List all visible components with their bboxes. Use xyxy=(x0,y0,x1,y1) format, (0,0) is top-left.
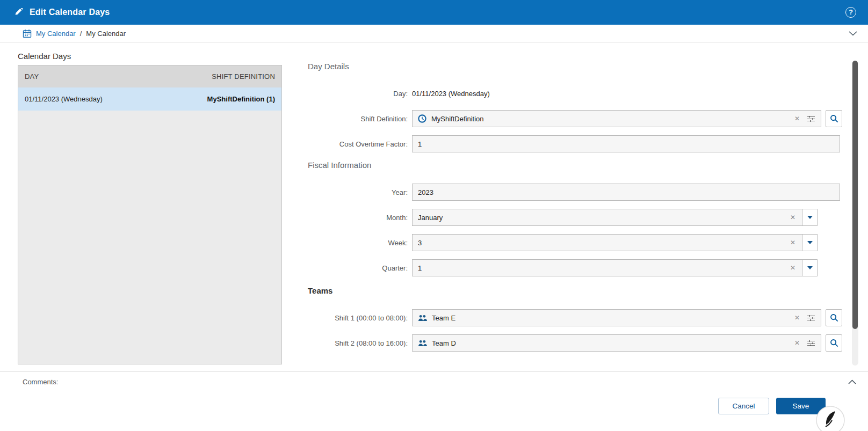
shift2-label: Shift 2 (08:00 to 16:00): xyxy=(308,339,412,347)
content-area: Calendar Days DAY SHIFT DEFINITION 01/11… xyxy=(0,42,868,371)
column-header-shift-definition: SHIFT DEFINITION xyxy=(212,72,275,81)
shift1-row: Shift 1 (00:00 to 08:00): Team E ✕ xyxy=(308,309,847,326)
shift1-team-value: Team E xyxy=(432,314,793,322)
month-dropdown-button[interactable] xyxy=(802,209,818,226)
day-row: Day: 01/11/2023 (Wednesday) xyxy=(308,85,847,102)
shift-definition-row: Shift Definition: MyShiftDefinition ✕ xyxy=(308,110,847,127)
chevron-down-icon[interactable] xyxy=(849,31,857,36)
shift2-row: Shift 2 (08:00 to 16:00): Team D ✕ xyxy=(308,334,847,352)
breadcrumb-separator: / xyxy=(80,30,82,38)
shift1-search-button[interactable] xyxy=(826,309,842,326)
scrollbar-thumb[interactable] xyxy=(852,61,858,329)
breadcrumb-current: My Calendar xyxy=(86,30,126,38)
edit-calendar-days-window: Edit Calendar Days ? My Calendar / My Ca… xyxy=(0,0,868,431)
row-day-value: 01/11/2023 (Wednesday) xyxy=(25,95,103,103)
quarter-dropdown-button[interactable] xyxy=(802,259,818,276)
month-clear-icon[interactable]: ✕ xyxy=(789,213,797,222)
quarter-combo: ✕ xyxy=(412,259,802,276)
shift1-clear-icon[interactable]: ✕ xyxy=(793,313,801,322)
section-title-fiscal-information: Fiscal Information xyxy=(308,160,847,170)
quarter-row: Quarter: ✕ xyxy=(308,259,847,276)
save-button[interactable]: Save xyxy=(776,398,826,414)
row-shift-definition-value: MyShiftDefinition (1) xyxy=(207,95,275,103)
table-header: DAY SHIFT DEFINITION xyxy=(18,65,281,87)
calendar-days-title: Calendar Days xyxy=(18,52,282,61)
shift2-team-value: Team D xyxy=(432,339,793,347)
calendar-days-table: DAY SHIFT DEFINITION 01/11/2023 (Wednesd… xyxy=(18,65,282,364)
quarter-clear-icon[interactable]: ✕ xyxy=(789,264,797,272)
section-title-day-details: Day Details xyxy=(308,62,847,71)
month-row: Month: ✕ xyxy=(308,209,847,226)
shift-definition-icon xyxy=(418,114,426,123)
shift-definition-clear-icon[interactable]: ✕ xyxy=(793,114,801,123)
week-input[interactable] xyxy=(418,239,789,247)
shift2-search-button[interactable] xyxy=(826,334,842,352)
shift1-filter-icon[interactable] xyxy=(807,315,815,322)
comments-section: Comments: xyxy=(0,371,868,392)
shift2-team-field[interactable]: Team D ✕ xyxy=(412,334,821,352)
year-input[interactable] xyxy=(412,184,840,201)
team-icon xyxy=(418,315,427,322)
quarter-input[interactable] xyxy=(418,264,789,272)
shift-definition-filter-icon[interactable] xyxy=(807,115,815,122)
help-icon[interactable]: ? xyxy=(845,7,856,18)
cost-overtime-label: Cost Overtime Factor: xyxy=(308,140,412,148)
team-icon xyxy=(418,340,427,347)
titlebar: Edit Calendar Days ? xyxy=(0,0,868,25)
cost-overtime-row: Cost Overtime Factor: xyxy=(308,135,847,152)
week-clear-icon[interactable]: ✕ xyxy=(789,238,797,247)
table-row[interactable]: 01/11/2023 (Wednesday) MyShiftDefinition… xyxy=(18,87,281,111)
week-dropdown-button[interactable] xyxy=(802,234,818,251)
edit-pencil-icon xyxy=(15,8,24,17)
shift-definition-label: Shift Definition: xyxy=(308,115,412,123)
breadcrumb: My Calendar / My Calendar xyxy=(0,25,868,42)
week-label: Week: xyxy=(308,239,412,247)
week-row: Week: ✕ xyxy=(308,234,847,251)
month-label: Month: xyxy=(308,214,412,222)
calendar-icon xyxy=(23,29,32,38)
footer-actions: Cancel Save xyxy=(0,392,868,431)
shift-definition-value: MyShiftDefinition xyxy=(431,115,793,123)
breadcrumb-link-my-calendar[interactable]: My Calendar xyxy=(36,30,76,38)
shift1-team-field[interactable]: Team E ✕ xyxy=(412,309,821,326)
cost-overtime-input[interactable] xyxy=(412,135,840,152)
shift2-clear-icon[interactable]: ✕ xyxy=(793,339,801,347)
comments-label: Comments: xyxy=(23,378,58,386)
column-header-day: DAY xyxy=(25,72,39,81)
year-label: Year: xyxy=(308,188,412,196)
quarter-label: Quarter: xyxy=(308,264,412,272)
section-title-teams: Teams xyxy=(308,286,847,295)
month-input[interactable] xyxy=(418,214,789,222)
month-combo: ✕ xyxy=(412,209,802,226)
day-label: Day: xyxy=(308,90,412,98)
chevron-up-icon[interactable] xyxy=(848,379,856,384)
year-row: Year: xyxy=(308,184,847,201)
shift-definition-field[interactable]: MyShiftDefinition ✕ xyxy=(412,110,821,127)
day-value: 01/11/2023 (Wednesday) xyxy=(412,90,490,98)
page-title: Edit Calendar Days xyxy=(30,8,110,17)
cancel-button[interactable]: Cancel xyxy=(718,398,769,414)
shift1-label: Shift 1 (00:00 to 08:00): xyxy=(308,314,412,322)
vertical-scrollbar[interactable] xyxy=(852,61,858,366)
week-combo: ✕ xyxy=(412,234,802,251)
shift2-filter-icon[interactable] xyxy=(807,340,815,347)
calendar-days-panel: Calendar Days DAY SHIFT DEFINITION 01/11… xyxy=(18,52,282,364)
shift-definition-search-button[interactable] xyxy=(826,110,842,127)
day-details-form: Day Details Day: 01/11/2023 (Wednesday) … xyxy=(308,42,847,360)
